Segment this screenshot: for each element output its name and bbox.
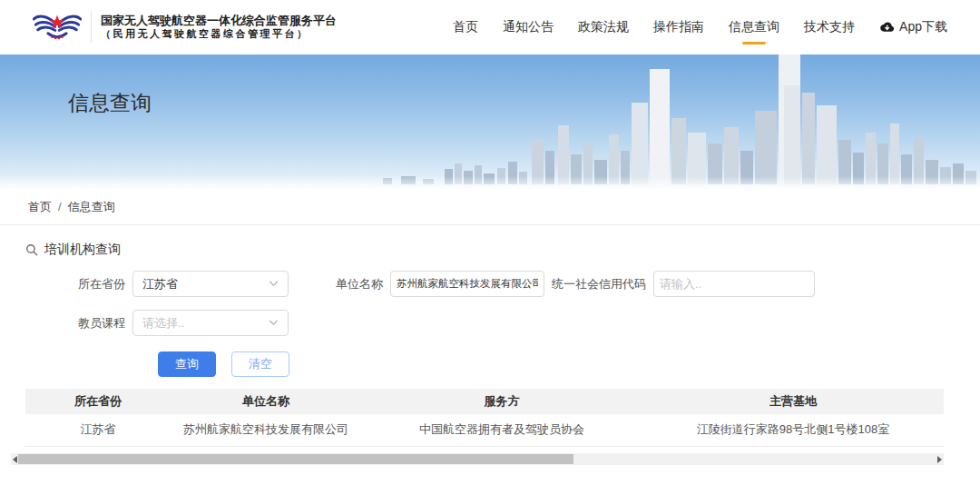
nav-item-policies[interactable]: 政策法规 bbox=[578, 14, 629, 41]
credit-code-label: 统一社会信用代码 bbox=[552, 276, 646, 292]
search-icon bbox=[25, 243, 38, 256]
nav-item-notices[interactable]: 通知公告 bbox=[503, 14, 554, 41]
unit-name-input[interactable] bbox=[390, 271, 544, 297]
col-header-base: 主营基地 bbox=[642, 389, 944, 414]
col-header-service: 服务方 bbox=[361, 389, 642, 414]
hero-banner: 信息查询 bbox=[0, 54, 980, 189]
unit-name-label: 单位名称 bbox=[336, 276, 383, 292]
nav-item-guides[interactable]: 操作指南 bbox=[653, 14, 704, 41]
platform-subtitle: （民用无人驾驶航空器综合管理平台） bbox=[101, 28, 337, 41]
nav-item-app-download[interactable]: App下载 bbox=[879, 14, 947, 41]
province-select[interactable]: 江苏省 bbox=[132, 271, 289, 297]
table-header-row: 所在省份 单位名称 服务方 主营基地 bbox=[25, 389, 944, 414]
city-skyline-illustration bbox=[381, 54, 980, 189]
nav-item-label: App下载 bbox=[899, 19, 947, 35]
results-table: 所在省份 单位名称 服务方 主营基地 江苏省 苏州航家航空科技发展有限公司 中国… bbox=[25, 389, 944, 447]
nav-item-info-query[interactable]: 信息查询 bbox=[729, 14, 779, 41]
main-navigation: 首页 通知公告 政策法规 操作指南 信息查询 技术支持 App下载 bbox=[453, 14, 947, 41]
chevron-down-icon bbox=[269, 281, 279, 287]
breadcrumb: 首页 / 信息查询 bbox=[0, 189, 980, 225]
hero-horizon-fade bbox=[0, 176, 980, 189]
credit-code-input[interactable] bbox=[653, 271, 815, 297]
nav-item-support[interactable]: 技术支持 bbox=[804, 14, 855, 41]
breadcrumb-home[interactable]: 首页 bbox=[28, 199, 52, 215]
cell-base: 江陵街道行家路98号北侧1号楼108室 bbox=[642, 414, 944, 446]
form-row-1: 所在省份 江苏省 单位名称 统一社会信用代码 bbox=[25, 271, 955, 297]
province-label: 所在省份 bbox=[25, 276, 125, 292]
page-title: 信息查询 bbox=[68, 89, 152, 117]
section-title: 培训机构查询 bbox=[44, 242, 121, 258]
logo-divider bbox=[91, 12, 92, 43]
col-header-province: 所在省份 bbox=[25, 389, 171, 414]
breadcrumb-separator: / bbox=[58, 200, 62, 213]
form-row-2: 教员课程 请选择.. bbox=[25, 310, 955, 336]
scroll-right-arrow-icon[interactable] bbox=[937, 456, 942, 463]
search-button[interactable]: 查询 bbox=[158, 351, 216, 377]
course-select[interactable]: 请选择.. bbox=[132, 310, 289, 336]
course-select-placeholder: 请选择.. bbox=[142, 315, 184, 332]
table-row[interactable]: 江苏省 苏州航家航空科技发展有限公司 中国航空器拥有者及驾驶员协会 江陵街道行家… bbox=[25, 414, 944, 446]
section-title-row: 培训机构查询 bbox=[25, 242, 955, 258]
top-header: 国家无人驾驶航空器一体化综合监管服务平台 （民用无人驾驶航空器综合管理平台） 首… bbox=[0, 0, 980, 54]
cell-service: 中国航空器拥有者及驾驶员协会 bbox=[361, 414, 642, 446]
breadcrumb-current: 信息查询 bbox=[68, 199, 115, 215]
province-select-value: 江苏省 bbox=[142, 276, 178, 292]
cell-province: 江苏省 bbox=[25, 414, 171, 446]
chevron-down-icon bbox=[269, 320, 279, 326]
cell-unit: 苏州航家航空科技发展有限公司 bbox=[171, 414, 361, 446]
query-section: 培训机构查询 所在省份 江苏省 单位名称 统一社会信用代码 教员课程 请选择..… bbox=[0, 242, 980, 465]
cloud-download-icon bbox=[879, 21, 895, 34]
caac-wings-icon bbox=[33, 8, 82, 46]
form-actions: 查询 清空 bbox=[158, 351, 955, 377]
course-label: 教员课程 bbox=[25, 315, 125, 332]
platform-logo: 国家无人驾驶航空器一体化综合监管服务平台 （民用无人驾驶航空器综合管理平台） bbox=[33, 8, 337, 46]
scroll-left-arrow-icon[interactable] bbox=[13, 456, 17, 463]
clear-button[interactable]: 清空 bbox=[231, 351, 289, 377]
horizontal-scrollbar[interactable] bbox=[11, 453, 944, 465]
scrollbar-thumb[interactable] bbox=[18, 454, 573, 464]
nav-item-home[interactable]: 首页 bbox=[453, 14, 478, 41]
col-header-unit: 单位名称 bbox=[171, 389, 361, 414]
platform-title: 国家无人驾驶航空器一体化综合监管服务平台 bbox=[101, 14, 337, 28]
